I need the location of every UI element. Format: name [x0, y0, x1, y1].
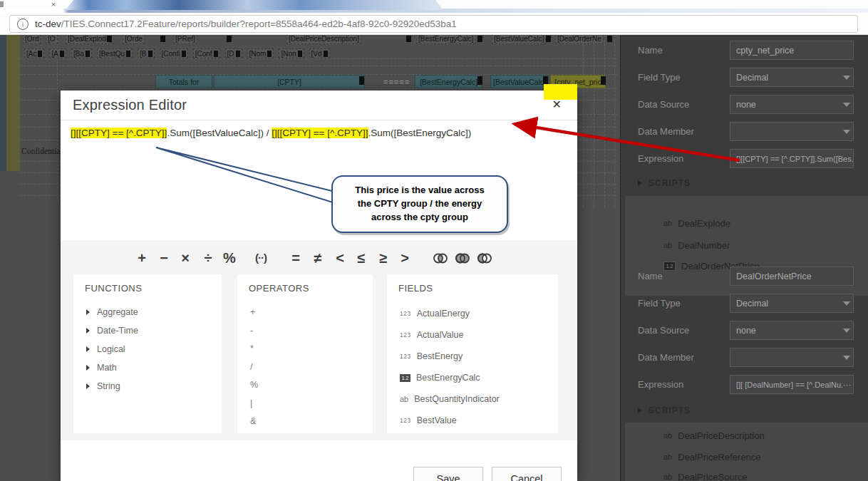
script-item[interactable]: ab DealPriceSource	[663, 470, 748, 481]
field-item[interactable]: abBestQuantityIndicator	[400, 393, 500, 405]
script-item[interactable]: ab DealExplode	[663, 216, 730, 230]
equals-operator-button[interactable]: =	[286, 246, 305, 270]
expand-arrow-icon	[86, 383, 90, 389]
field-token[interactable]: [B	[138, 48, 154, 58]
scripts-section-header[interactable]: SCRIPTS	[638, 177, 691, 189]
field-token[interactable]: [Non	[279, 48, 304, 58]
function-category-date-time[interactable]: Date-Time	[86, 324, 138, 337]
equals-marks-cell[interactable]: =====	[383, 75, 415, 88]
divide-operator-button[interactable]: ÷	[199, 246, 217, 270]
script-item[interactable]: ab DealPriceReference	[663, 450, 761, 464]
text-field-icon: ab	[400, 395, 408, 403]
field-token[interactable]: [DealPriceDescription]	[286, 34, 361, 44]
function-category-math[interactable]: Math	[86, 361, 117, 374]
field-token[interactable]: [O	[46, 34, 58, 44]
field-item[interactable]: 123ActualEnergy	[400, 307, 470, 320]
property-row-name: Name DealOrderNetPrice	[638, 267, 854, 286]
barcode-icon	[546, 36, 551, 42]
address-bar[interactable]: i tc-dev/TIES.Connect17.2Feature/reports…	[9, 15, 858, 33]
expand-arrow-icon	[638, 180, 642, 186]
function-category-string[interactable]: String	[86, 380, 120, 393]
expand-arrow-icon	[86, 328, 90, 333]
greater-than-operator-button[interactable]: >	[396, 246, 414, 270]
function-category-aggregate[interactable]: Aggregate	[86, 306, 138, 319]
url-toolbar: i tc-dev/TIES.Connect17.2Feature/reports…	[0, 13, 868, 35]
best-energy-calc-cell[interactable]: [BestEnergyCalc]	[415, 75, 482, 88]
field-token[interactable]: [DealOrderNe	[555, 34, 604, 44]
barcode-icon	[601, 76, 606, 85]
name-input[interactable]: DealOrderNetPrice	[730, 267, 854, 286]
best-value-calc-cell[interactable]: [BestValueCalc]	[490, 75, 549, 88]
data-member-dropdown[interactable]	[730, 122, 854, 141]
field-item[interactable]: 1.2BestEnergyCalc	[400, 371, 480, 384]
expand-arrow-icon	[86, 365, 90, 371]
field-item[interactable]: 123ActualValue	[400, 329, 463, 341]
field-item[interactable]: 123BestEnergy	[400, 350, 463, 363]
cancel-button[interactable]: Cancel	[492, 467, 562, 481]
field-token[interactable]: [Orde	[123, 34, 145, 44]
name-input[interactable]: cpty_net_price	[730, 41, 854, 60]
operator-item[interactable]: %	[250, 380, 258, 391]
operators-panel-title: OPERATORS	[249, 283, 309, 294]
greater-equal-operator-button[interactable]: ≥	[374, 246, 393, 270]
field-token[interactable]: [Nom	[247, 48, 274, 58]
minus-operator-button[interactable]: −	[155, 246, 173, 270]
field-token[interactable]: [PRef]	[173, 34, 197, 44]
data-source-dropdown[interactable]: none	[730, 321, 854, 340]
url-path: /TIES.Connect17.2Feature/reports/builder…	[61, 19, 457, 29]
field-token[interactable]: [BestEnergyCalc]	[416, 34, 475, 44]
expression-input[interactable]: [][[CPTY] == [^.CPTY]].Sum([Bes.···	[730, 149, 854, 168]
field-token[interactable]: [D	[225, 48, 242, 58]
fields-panel-title: FIELDS	[398, 283, 433, 294]
window-edge-fragment	[0, 1, 4, 7]
field-token[interactable]: [Confi	[160, 48, 188, 58]
not-equals-operator-button[interactable]: ≠	[309, 246, 327, 270]
barcode-icon	[227, 36, 232, 42]
operator-item[interactable]: *	[250, 343, 254, 355]
field-token[interactable]: [BestValueCalc]	[492, 34, 546, 44]
barcode-icon	[477, 36, 482, 42]
page-info-icon[interactable]: i	[17, 19, 29, 30]
save-button[interactable]: Save	[413, 467, 483, 481]
expression-input[interactable]: [][ [DealNumber] == [^.DealNu.···	[730, 375, 854, 394]
parentheses-button[interactable]: (··)	[252, 246, 270, 270]
cpty-group-cell[interactable]: [CPTY]	[214, 75, 365, 88]
data-member-dropdown[interactable]	[730, 348, 854, 367]
scripts-section-header[interactable]: SCRIPTS	[638, 405, 691, 416]
chevron-down-icon	[843, 301, 850, 306]
field-token[interactable]: [Ord	[23, 34, 41, 44]
field-type-dropdown[interactable]: Decimal	[730, 68, 854, 87]
operator-item[interactable]: /	[250, 362, 252, 373]
script-item[interactable]: ab DealPriceDescription	[663, 428, 765, 443]
operator-item[interactable]: -	[250, 326, 253, 337]
expression-text[interactable]: [][[CPTY] == [^.CPTY]].Sum([BestValueCal…	[71, 128, 567, 138]
field-token[interactable]: [Conf	[193, 48, 220, 58]
operator-item[interactable]: |	[250, 398, 252, 410]
union-icon[interactable]	[453, 252, 472, 264]
operator-item[interactable]: +	[250, 307, 255, 319]
field-token[interactable]: [Ac	[24, 48, 44, 58]
script-item[interactable]: ab DealNumber	[663, 238, 730, 252]
field-token[interactable]: [Ba	[71, 48, 92, 58]
difference-icon[interactable]	[475, 252, 494, 264]
intersection-icon[interactable]	[431, 252, 450, 264]
browser-tab[interactable]	[66, 0, 443, 10]
chevron-down-icon	[843, 76, 850, 80]
less-than-operator-button[interactable]: <	[331, 246, 349, 270]
percent-operator-button[interactable]: %	[220, 246, 239, 270]
function-category-logical[interactable]: Logical	[86, 343, 125, 356]
designer-margin-band	[6, 34, 20, 171]
field-item[interactable]: 123BestValue	[400, 414, 457, 427]
plus-operator-button[interactable]: +	[133, 246, 151, 270]
multiply-operator-button[interactable]: ×	[176, 246, 195, 270]
totals-for-cell[interactable]: Totals for	[155, 75, 212, 88]
operator-item[interactable]: &	[250, 416, 256, 428]
property-row-field-type: Field Type Decimal	[638, 294, 854, 313]
field-type-dropdown[interactable]: Decimal	[730, 294, 854, 313]
less-equal-operator-button[interactable]: ≤	[352, 246, 371, 270]
field-token[interactable]: [Vd	[309, 48, 330, 58]
field-token[interactable]: [BestQu	[97, 48, 133, 58]
data-source-dropdown[interactable]: none	[730, 95, 854, 114]
calculated-field-icon: 1.2	[400, 374, 410, 382]
field-token[interactable]: [A	[49, 48, 66, 58]
